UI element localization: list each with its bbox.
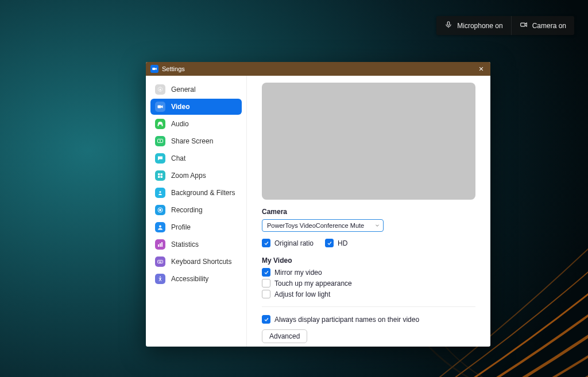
camera-status[interactable]: Camera on (511, 16, 574, 35)
sidebar-item-label: Background & Filters (171, 189, 235, 197)
sidebar-item-zoom-apps[interactable]: Zoom Apps (150, 168, 242, 184)
settings-content: Camera PowerToys VideoConference Mute Or… (247, 76, 490, 347)
checkbox-icon (262, 239, 270, 247)
microphone-label: Microphone on (457, 22, 502, 30)
svg-rect-11 (161, 173, 163, 176)
checkbox-label: Adjust for low light (274, 290, 330, 298)
svg-rect-22 (158, 261, 159, 262)
checkbox-label: Always display participant names on thei… (274, 316, 419, 324)
camera-selected-value: PowerToys VideoConference Mute (267, 222, 364, 229)
sidebar-item-label: Video (171, 103, 189, 111)
svg-rect-4 (152, 68, 155, 70)
keyboard-icon (155, 256, 165, 267)
accessibility-icon (155, 274, 165, 284)
microphone-status[interactable]: Microphone on (436, 16, 510, 35)
touch-up-checkbox[interactable]: Touch up my appearance (262, 279, 475, 287)
sidebar-item-label: Share Screen (171, 137, 213, 145)
camera-label: Camera on (532, 22, 566, 30)
svg-rect-8 (162, 125, 163, 127)
titlebar[interactable]: Settings (146, 62, 490, 76)
svg-rect-18 (158, 244, 159, 247)
chat-icon (155, 153, 165, 164)
camera-icon (520, 21, 528, 30)
chevron-down-icon (374, 222, 380, 230)
sidebar-item-keyboard-shortcuts[interactable]: Keyboard Shortcuts (150, 254, 242, 270)
checkbox-icon (262, 268, 270, 277)
checkbox-label: HD (338, 239, 347, 247)
profile-icon (155, 222, 165, 232)
svg-rect-2 (447, 22, 450, 25)
svg-rect-25 (159, 262, 161, 263)
sidebar-item-statistics[interactable]: Statistics (150, 236, 242, 252)
sidebar-item-label: Chat (171, 154, 185, 162)
sidebar-item-share-screen[interactable]: Share Screen (150, 133, 242, 149)
sidebar-item-label: Recording (171, 206, 203, 214)
settings-window: Settings General Video (146, 62, 490, 347)
checkbox-icon (262, 279, 270, 287)
sidebar-item-label: Statistics (171, 240, 199, 248)
low-light-checkbox[interactable]: Adjust for low light (262, 290, 475, 298)
sidebar-item-label: Accessibility (171, 275, 208, 283)
original-ratio-checkbox[interactable]: Original ratio (262, 239, 314, 247)
camera-select[interactable]: PowerToys VideoConference Mute (262, 219, 384, 232)
sidebar-item-label: Audio (171, 120, 189, 128)
svg-rect-24 (161, 261, 161, 262)
sidebar-item-background-filters[interactable]: Background & Filters (150, 185, 242, 201)
media-status-overlay: Microphone on Camera on (436, 16, 574, 35)
my-video-section-label: My Video (262, 256, 475, 265)
svg-rect-20 (161, 242, 163, 247)
sidebar-item-audio[interactable]: Audio (150, 116, 242, 132)
svg-rect-7 (158, 125, 159, 127)
checkbox-icon (262, 290, 270, 298)
always-display-names-checkbox[interactable]: Always display participant names on thei… (262, 315, 475, 324)
divider (262, 306, 475, 307)
close-button[interactable] (477, 64, 486, 73)
svg-point-14 (160, 191, 161, 193)
svg-rect-19 (160, 243, 161, 247)
microphone-icon (444, 21, 452, 30)
svg-rect-10 (158, 173, 160, 176)
sidebar-item-video[interactable]: Video (150, 99, 242, 115)
advanced-button[interactable]: Advanced (262, 329, 307, 343)
checkbox-icon (262, 315, 270, 324)
settings-sidebar: General Video Audio Share Screen (146, 76, 247, 347)
sidebar-item-label: Keyboard Shortcuts (171, 258, 231, 266)
button-label: Advanced (269, 332, 300, 340)
share-screen-icon (155, 136, 165, 146)
window-title: Settings (162, 65, 185, 72)
svg-rect-6 (158, 106, 161, 108)
recording-icon (155, 205, 165, 215)
svg-point-17 (159, 226, 161, 228)
headphones-icon (155, 119, 165, 129)
video-icon (155, 102, 165, 112)
svg-rect-3 (520, 23, 525, 26)
video-preview (262, 83, 475, 200)
sidebar-item-label: Zoom Apps (171, 172, 206, 180)
camera-section-label: Camera (262, 208, 475, 216)
svg-rect-23 (160, 261, 160, 262)
checkbox-icon (325, 239, 334, 247)
checkbox-label: Touch up my appearance (274, 279, 352, 287)
app-icon (150, 65, 158, 73)
sidebar-item-recording[interactable]: Recording (150, 202, 242, 218)
sidebar-item-general[interactable]: General (150, 81, 242, 98)
statistics-icon (155, 239, 165, 250)
sidebar-item-label: Profile (171, 223, 191, 231)
svg-rect-13 (161, 176, 163, 178)
svg-rect-12 (158, 176, 160, 178)
gear-icon (155, 84, 165, 95)
sidebar-item-label: General (171, 85, 196, 94)
svg-point-5 (160, 89, 161, 91)
sidebar-item-chat[interactable]: Chat (150, 150, 242, 166)
sidebar-item-profile[interactable]: Profile (150, 219, 242, 235)
checkbox-label: Original ratio (274, 239, 314, 247)
hd-checkbox[interactable]: HD (325, 239, 347, 247)
mirror-video-checkbox[interactable]: Mirror my video (262, 268, 475, 277)
svg-point-26 (160, 277, 161, 278)
sidebar-item-accessibility[interactable]: Accessibility (150, 271, 242, 287)
background-icon (155, 188, 165, 198)
svg-point-16 (159, 209, 161, 211)
checkbox-label: Mirror my video (274, 269, 322, 277)
apps-icon (155, 170, 165, 181)
